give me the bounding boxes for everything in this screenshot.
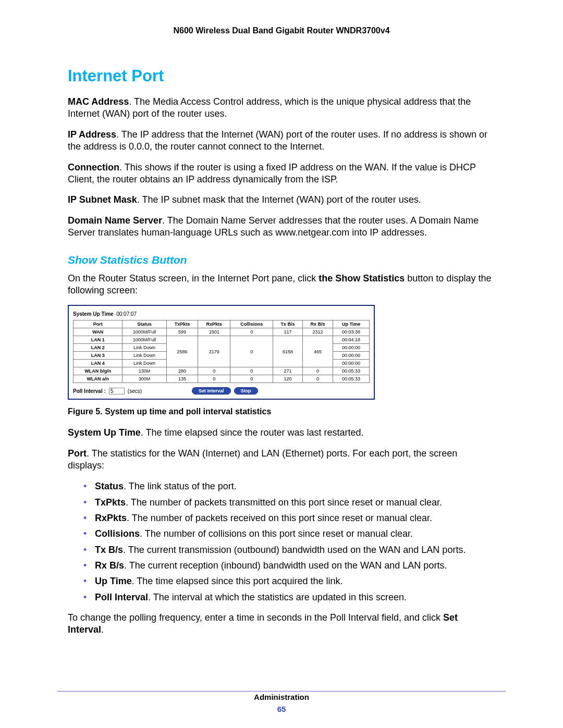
label-sysup: System Up Time: [68, 427, 141, 438]
intro-before: On the Router Status screen, in the Inte…: [68, 273, 319, 283]
list-item: RxPkts. The number of packets received o…: [68, 512, 495, 524]
table-row: LAN 11000M/Full258621790615846500:04:18: [74, 336, 370, 344]
poll-unit: (secs): [128, 388, 142, 394]
stop-button[interactable]: Stop: [234, 387, 258, 394]
text-sysup: . The time elapsed since the router was …: [141, 427, 364, 438]
list-item: Poll Interval. The interval at which the…: [68, 591, 495, 603]
intro-para: On the Router Status screen, in the Inte…: [68, 273, 495, 297]
intro-bold: the Show Statistics: [319, 273, 405, 283]
list-item: Collisions. The number of collisions on …: [68, 527, 495, 540]
text-ip: . The IP address that the Internet (WAN)…: [68, 129, 487, 152]
poll-row: Poll Interval : (secs) Set Interval Stop: [73, 387, 370, 394]
footer-section: Administration: [254, 693, 309, 701]
set-interval-button[interactable]: Set Interval: [192, 387, 231, 394]
para-subnet: IP Subnet Mask. The IP subnet mask that …: [68, 194, 495, 206]
para-sysup: System Up Time. The time elapsed since t…: [68, 427, 495, 439]
label-mac: MAC Address: [68, 96, 129, 107]
para-ip: IP Address. The IP address that the Inte…: [68, 129, 495, 153]
text-port: . The statistics for the WAN (Internet) …: [68, 448, 457, 471]
list-item: Tx B/s. The current transmission (outbou…: [68, 544, 495, 556]
page-footer: Administration 65: [0, 693, 563, 713]
closing-para: To change the polling frequency, enter a…: [68, 612, 495, 636]
label-subnet: IP Subnet Mask: [68, 194, 137, 205]
list-item: Up Time. The time elapsed since this por…: [68, 575, 495, 587]
label-conn: Connection: [68, 162, 119, 172]
text-subnet: . The IP subnet mask that the Internet (…: [137, 194, 421, 205]
label-port: Port: [68, 448, 87, 459]
text-conn: . This shows if the router is using a fi…: [68, 162, 476, 184]
para-mac: MAC Address. The Media Access Control ad…: [68, 96, 495, 120]
page-number: 65: [0, 705, 563, 713]
para-port: Port. The statistics for the WAN (Intern…: [68, 448, 495, 472]
table-row: WLAN a/n300M13500120000:05:33: [74, 375, 370, 383]
figure-caption: Figure 5. System up time and poll interv…: [68, 407, 495, 416]
bullet-list: Status. The link status of the port. TxP…: [68, 480, 495, 603]
closing-after: .: [101, 624, 104, 635]
table-header: Port Status TxPkts RxPkts Collisions Tx …: [74, 320, 370, 328]
para-conn: Connection. This shows if the router is …: [68, 162, 495, 186]
closing-before: To change the polling frequency, enter a…: [68, 612, 443, 623]
footer-rule: [57, 691, 506, 692]
list-item: Status. The link status of the port.: [68, 480, 495, 492]
stats-table: Port Status TxPkts RxPkts Collisions Tx …: [73, 320, 370, 383]
table-row: WLAN b/g/n130M28000271000:05:33: [74, 367, 370, 375]
poll-input[interactable]: [109, 388, 125, 394]
section-heading: Internet Port: [68, 67, 495, 85]
label-dns: Domain Name Server: [68, 215, 162, 226]
label-ip: IP Address: [68, 129, 116, 140]
uptime-row: System Up Time 00:07:07: [73, 311, 370, 317]
poll-label: Poll Interval :: [73, 388, 106, 394]
table-row: WAN1000M/Full59915010117231200:03:38: [74, 328, 370, 336]
subheading: Show Statistics Button: [68, 254, 495, 266]
list-item: TxPkts. The number of packets transmitte…: [68, 496, 495, 509]
page-header: N600 Wireless Dual Band Gigabit Router W…: [68, 26, 495, 35]
statistics-figure: System Up Time 00:07:07 Port Status TxPk…: [68, 305, 375, 400]
list-item: Rx B/s. The current reception (inbound) …: [68, 559, 495, 572]
para-dns: Domain Name Server. The Domain Name Serv…: [68, 215, 495, 239]
